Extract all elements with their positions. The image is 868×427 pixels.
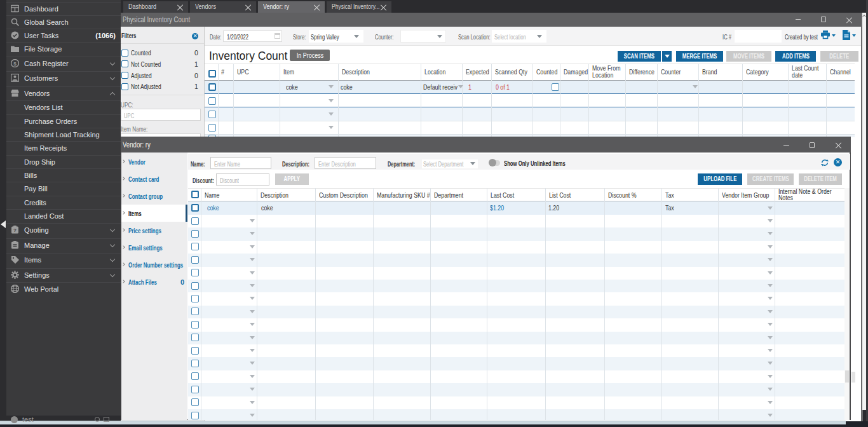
svg-text:$: $ — [13, 61, 17, 67]
svg-text:?: ? — [13, 227, 17, 233]
